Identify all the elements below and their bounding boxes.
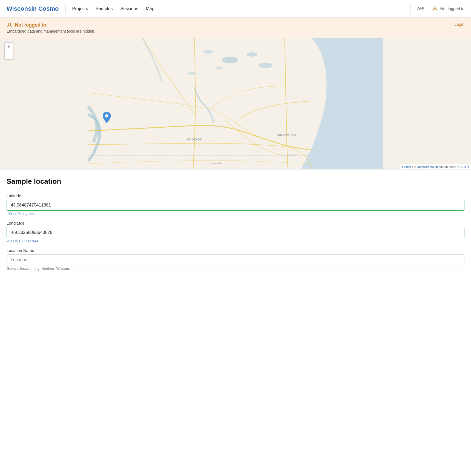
svg-point-1 (8, 23, 10, 25)
logo[interactable]: Wisconsin Cosmo (7, 5, 59, 12)
svg-text:MADISON: MADISON (186, 138, 202, 141)
header-nav: Projects Samples Sessions Map (72, 6, 404, 11)
header-divider (65, 4, 66, 14)
location-name-input[interactable] (7, 254, 464, 265)
location-pin-icon (103, 112, 111, 123)
not-logged-in-banner: Not logged in Embargoed data and managem… (0, 18, 471, 38)
login-link[interactable]: Login (454, 22, 464, 27)
longitude-input[interactable] (7, 227, 464, 238)
svg-point-0 (434, 7, 436, 8)
svg-point-7 (216, 67, 222, 70)
latitude-hint: -90 to 90 degrees (7, 212, 464, 216)
nav-projects[interactable]: Projects (72, 6, 88, 11)
longitude-field-group: Longitude -180 to 180 degrees (7, 221, 464, 243)
nav-api[interactable]: API (417, 6, 424, 11)
svg-point-16 (105, 114, 108, 117)
svg-point-6 (203, 50, 213, 54)
header: Wisconsin Cosmo Projects Samples Session… (0, 0, 471, 18)
attribution-separator: | © (412, 165, 417, 168)
svg-text:Janesville: Janesville (210, 162, 222, 165)
map-container[interactable]: MADISON MILWAUKEE Janesville RACINE DUBU… (0, 38, 471, 170)
banner-user-icon (7, 22, 13, 28)
map-background: MADISON MILWAUKEE Janesville RACINE DUBU… (0, 38, 471, 169)
svg-point-5 (259, 63, 272, 68)
map-controls: + − (4, 42, 13, 59)
form-title: Sample location (7, 177, 464, 186)
zoom-in-button[interactable]: + (5, 43, 13, 51)
attribution-contributors: contributors © (439, 165, 458, 168)
location-name-hint: General location. e.g. Northern Wisconsi… (7, 266, 464, 271)
nav-map[interactable]: Map (146, 6, 154, 11)
longitude-hint: -180 to 180 degrees (7, 239, 464, 243)
svg-point-4 (246, 52, 257, 57)
latitude-label: Latitude (7, 193, 464, 198)
user-status-label: Not logged in (440, 6, 464, 11)
banner-title: Not logged in (7, 22, 95, 28)
osm-link[interactable]: OpenStreetMap (417, 165, 438, 168)
latitude-input[interactable] (7, 200, 464, 211)
nav-sessions[interactable]: Sessions (120, 6, 138, 11)
user-icon (432, 6, 438, 12)
svg-point-8 (188, 72, 196, 75)
longitude-label: Longitude (7, 221, 464, 225)
location-name-label: Location Name (7, 248, 464, 253)
banner-title-text: Not logged in (15, 22, 46, 28)
map-attribution: Leaflet | © OpenStreetMap contributors ©… (400, 164, 471, 169)
form-section: Sample location Latitude -90 to 90 degre… (0, 170, 471, 289)
leaflet-link[interactable]: Leaflet (402, 165, 411, 168)
carto-link[interactable]: CARTO (458, 165, 469, 168)
latitude-field-group: Latitude -90 to 90 degrees (7, 193, 464, 216)
svg-point-3 (222, 57, 238, 63)
header-divider2 (410, 4, 411, 14)
banner-content: Not logged in Embargoed data and managem… (7, 22, 95, 33)
banner-subtitle: Embargoed data and management tools are … (7, 29, 95, 33)
header-user: Not logged in (432, 6, 464, 12)
nav-samples[interactable]: Samples (96, 6, 113, 11)
map-marker (103, 112, 111, 124)
svg-text:RACINE: RACINE (287, 154, 298, 157)
location-name-field-group: Location Name General location. e.g. Nor… (7, 248, 464, 271)
zoom-out-button[interactable]: − (5, 51, 13, 59)
svg-text:MILWAUKEE: MILWAUKEE (277, 133, 298, 136)
